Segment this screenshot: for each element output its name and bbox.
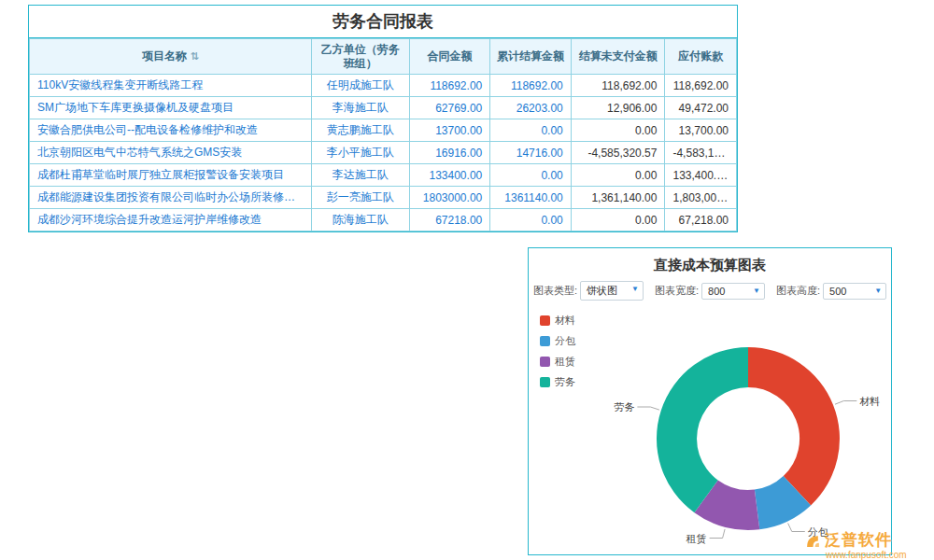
unpaid-amount: 0.00 — [571, 209, 665, 231]
contract-amount: 67218.00 — [409, 209, 490, 231]
col-header-team[interactable]: 乙方单位（劳务班组） — [311, 39, 409, 75]
settled-amount: 118692.00 — [490, 75, 572, 97]
table-header-row: 项目名称⇅ 乙方单位（劳务班组） 合同金额 累计结算金额 结算未支付金额 应付账… — [30, 39, 737, 75]
unpaid-amount: 1,361,140.00 — [571, 187, 665, 209]
donut-chart: 材料分包租赁劳务 — [529, 308, 893, 553]
payable-amount: 118,692.00 — [665, 75, 737, 97]
chart-type-select[interactable]: 饼状图 ▼ — [580, 281, 644, 301]
contract-amount: 62769.00 — [409, 97, 490, 119]
settled-amount: 0.00 — [490, 119, 572, 142]
col-header-project[interactable]: 项目名称⇅ — [30, 39, 312, 75]
payable-amount: -4,583,120.57 — [665, 142, 737, 164]
project-link[interactable]: 成都杜甫草堂临时展厅独立展柜报警设备安装项目 — [30, 164, 312, 187]
fanpu-logo-icon — [805, 533, 821, 549]
project-link[interactable]: 成都能源建设集团投资有限公司临时办公场所装修改造工程EPC — [30, 187, 312, 209]
watermark: 泛普软件 www.fanpusoft.com — [805, 532, 907, 560]
slice-label-line — [788, 524, 805, 532]
col-header-unpaid-amount[interactable]: 结算未支付金额 — [571, 39, 665, 75]
unpaid-amount: 118,692.00 — [571, 75, 665, 97]
project-link[interactable]: 110kV安徽线程集变开断线路工程 — [30, 75, 312, 97]
watermark-name: 泛普软件 — [825, 532, 892, 550]
chart-type-label: 图表类型: — [533, 284, 577, 298]
donut-slice-劳务[interactable] — [657, 347, 748, 512]
project-link[interactable]: 安徽合肥供电公司--配电设备检修维护和改造 — [30, 119, 312, 142]
unpaid-amount: 0.00 — [571, 164, 665, 187]
table-row: 成都杜甫草堂临时展厅独立展柜报警设备安装项目 李达施工队 133400.00 0… — [30, 164, 737, 187]
settled-amount: 1361140.00 — [490, 187, 572, 209]
report-title: 劳务合同报表 — [29, 6, 737, 38]
chart-width-label: 图表宽度: — [655, 284, 699, 298]
contract-amount: 16916.00 — [409, 142, 490, 164]
chevron-down-icon: ▼ — [874, 287, 882, 295]
team-link[interactable]: 黄志鹏施工队 — [311, 119, 409, 142]
chart-height-select[interactable]: 500 ▼ — [823, 283, 886, 300]
contract-amount: 13700.00 — [409, 119, 490, 142]
chart-width-control: 图表宽度: 800 ▼ — [655, 283, 765, 300]
unpaid-amount: -4,585,320.57 — [571, 142, 665, 164]
team-link[interactable]: 李达施工队 — [311, 164, 409, 187]
team-link[interactable]: 任明成施工队 — [311, 75, 409, 97]
table-row: SM广场地下车库更换摄像机及硬盘项目 李海施工队 62769.00 26203.… — [30, 97, 737, 119]
settled-amount: 0.00 — [490, 209, 572, 231]
payable-amount: 1,803,000.00 — [665, 187, 737, 209]
contract-amount: 133400.00 — [409, 164, 490, 187]
settled-amount: 14716.00 — [490, 142, 572, 164]
payable-amount: 67,218.00 — [665, 209, 737, 231]
report-table: 项目名称⇅ 乙方单位（劳务班组） 合同金额 累计结算金额 结算未支付金额 应付账… — [29, 38, 737, 231]
team-link[interactable]: 彭一亮施工队 — [311, 187, 409, 209]
chevron-down-icon: ▼ — [631, 285, 639, 293]
slice-label: 租赁 — [686, 533, 707, 544]
team-link[interactable]: 李小平施工队 — [311, 142, 409, 164]
project-link[interactable]: 北京朝阳区电气中芯特气系统之GMS安装 — [30, 142, 312, 164]
chart-height-control: 图表高度: 500 ▼ — [776, 283, 886, 300]
payable-amount: 49,472.00 — [665, 97, 737, 119]
unpaid-amount: 0.00 — [571, 119, 665, 142]
table-row: 110kV安徽线程集变开断线路工程 任明成施工队 118692.00 11869… — [30, 75, 737, 97]
sort-icon[interactable]: ⇅ — [191, 50, 199, 62]
unpaid-amount: 12,906.00 — [571, 97, 665, 119]
project-link[interactable]: 成都沙河环境综合提升改造运河护岸维修改造 — [30, 209, 312, 231]
chart-type-value: 饼状图 — [587, 285, 617, 296]
chart-controls: 图表类型: 饼状图 ▼ 图表宽度: 800 ▼ 图表高度: 500 ▼ — [529, 281, 891, 301]
col-header-payable[interactable]: 应付账款 — [665, 39, 737, 75]
watermark-url: www.fanpusoft.com — [826, 550, 907, 560]
slice-label-line — [637, 407, 659, 410]
chart-type-control: 图表类型: 饼状图 ▼ — [533, 281, 644, 301]
chevron-down-icon: ▼ — [753, 287, 760, 295]
project-link[interactable]: SM广场地下车库更换摄像机及硬盘项目 — [30, 97, 312, 119]
contract-amount: 118692.00 — [409, 75, 490, 97]
chart-width-select[interactable]: 800 ▼ — [701, 283, 765, 300]
donut-slice-材料[interactable] — [748, 347, 840, 505]
col-header-contract-amount[interactable]: 合同金额 — [409, 39, 490, 75]
table-row: 安徽合肥供电公司--配电设备检修维护和改造 黄志鹏施工队 13700.00 0.… — [30, 119, 737, 142]
slice-label: 劳务 — [614, 401, 634, 413]
contract-amount: 1803000.00 — [409, 187, 490, 209]
payable-amount: 133,400.00 — [665, 164, 737, 187]
chart-title: 直接成本预算图表 — [529, 248, 891, 281]
settled-amount: 0.00 — [490, 164, 572, 187]
chart-height-value: 500 — [829, 286, 846, 297]
team-link[interactable]: 陈海施工队 — [311, 209, 409, 231]
slice-label: 材料 — [859, 396, 880, 407]
table-row: 北京朝阳区电气中芯特气系统之GMS安装 李小平施工队 16916.00 1471… — [30, 142, 737, 164]
cost-budget-chart-panel: 直接成本预算图表 图表类型: 饼状图 ▼ 图表宽度: 800 ▼ 图表高度: 5… — [528, 247, 892, 555]
slice-label-line — [835, 401, 856, 405]
chart-width-value: 800 — [708, 286, 725, 297]
payable-amount: 13,700.00 — [665, 119, 737, 142]
settled-amount: 26203.00 — [490, 97, 572, 119]
labor-contract-report-panel: 劳务合同报表 项目名称⇅ 乙方单位（劳务班组） 合同金额 累计结算金额 结算未支… — [28, 5, 738, 232]
col-header-project-label: 项目名称 — [142, 49, 187, 63]
team-link[interactable]: 李海施工队 — [311, 97, 409, 119]
chart-height-label: 图表高度: — [776, 284, 820, 298]
table-row: 成都沙河环境综合提升改造运河护岸维修改造 陈海施工队 67218.00 0.00… — [30, 209, 737, 231]
slice-label-line — [710, 529, 726, 539]
table-row: 成都能源建设集团投资有限公司临时办公场所装修改造工程EPC 彭一亮施工队 180… — [30, 187, 737, 209]
col-header-settled-amount[interactable]: 累计结算金额 — [490, 39, 572, 75]
